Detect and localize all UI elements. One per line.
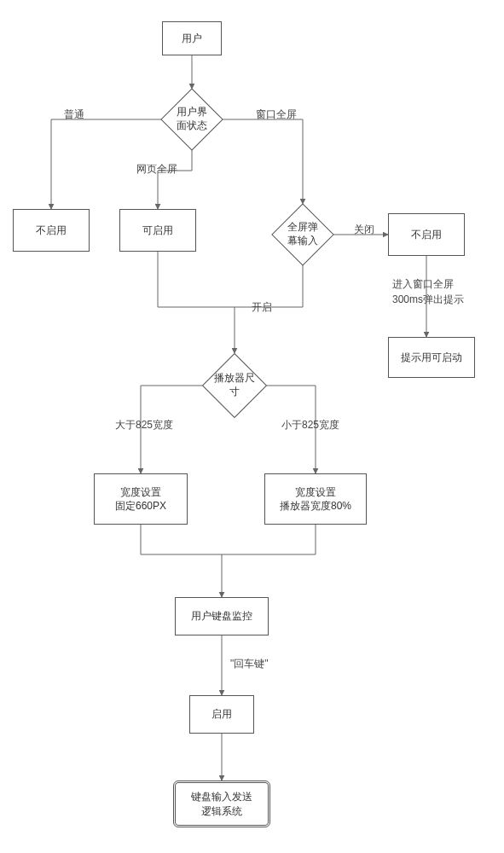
edge-label-normal: 普通: [64, 107, 84, 122]
edge-label-gt825: 大于825宽度: [115, 418, 173, 432]
node-disable-closed: 不启用: [388, 213, 465, 256]
node-activate: 启用: [189, 695, 254, 734]
text-line: 键盘输入发送: [191, 790, 252, 804]
edge-label-web-fs: 网页全屏: [136, 162, 177, 177]
node-popup-hint: 提示用可启动: [388, 337, 475, 378]
node-logic-system: 键盘输入发送 逻辑系统: [173, 780, 270, 827]
node-kb-monitor: 用户键盘监控: [175, 597, 269, 635]
edge-label-hint2: 300ms弹出提示: [392, 293, 464, 307]
node-danmu-input-label: 全屏弹幕输入: [281, 213, 324, 256]
text-line: 宽度设置: [115, 485, 166, 499]
edge-label-win-fs: 窗口全屏: [256, 107, 297, 122]
text-line: 宽度设置: [280, 485, 351, 499]
node-pct80: 宽度设置 播放器宽度80%: [264, 473, 367, 525]
node-fixed-660: 宽度设置 固定660PX: [94, 473, 188, 525]
node-ui-state: 用户界面状态: [160, 88, 223, 151]
flowchart-canvas: 用户 用户界面状态 不启用 可启用 全屏弹幕输入 不启用 提示用可启动 播放器尺…: [0, 0, 504, 853]
node-danmu-input: 全屏弹幕输入: [271, 203, 334, 266]
text-line: 逻辑系统: [191, 804, 252, 818]
edge-label-hint1: 进入窗口全屏: [392, 277, 454, 292]
text-line: 固定660PX: [115, 499, 166, 513]
node-player-size-label: 播放器尺寸: [212, 363, 257, 408]
edge-label-close: 关闭: [354, 223, 374, 237]
edge-label-lt825: 小于825宽度: [281, 418, 339, 432]
node-enable-ok: 可启用: [119, 209, 196, 252]
node-ui-state-label: 用户界面状态: [171, 98, 213, 141]
edge-label-enter: "回车键": [230, 657, 269, 671]
node-disable-normal: 不启用: [13, 209, 90, 252]
node-user: 用户: [162, 21, 222, 55]
edge-label-open: 开启: [252, 300, 272, 315]
text-line: 播放器宽度80%: [280, 499, 351, 513]
node-player-size: 播放器尺寸: [202, 353, 267, 418]
